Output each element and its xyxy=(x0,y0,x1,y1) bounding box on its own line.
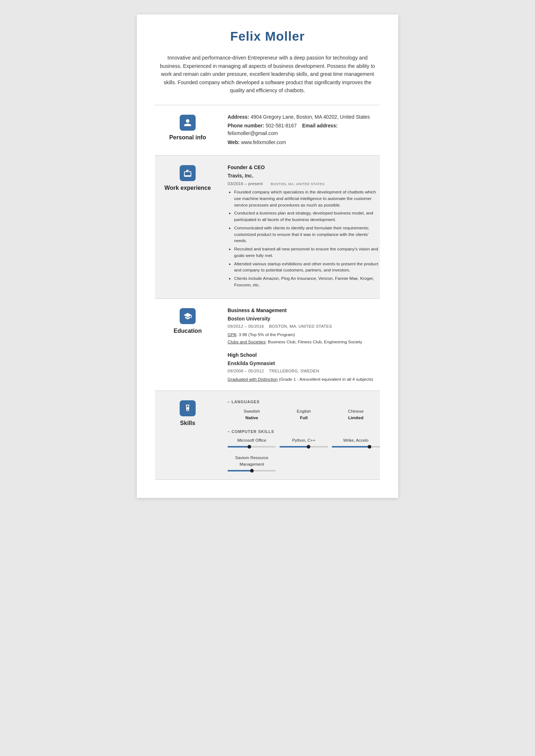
edu-dates-1: 09/2008 – 05/2012 xyxy=(228,369,264,373)
skill-0: Microsoft Office xyxy=(228,437,276,448)
edu-dates-0: 09/2012 – 05/2016 xyxy=(228,324,264,328)
personal-info-icon xyxy=(180,115,196,131)
distinction-label: Graduated with Distinction xyxy=(228,377,278,382)
work-experience-section: Work experience Founder & CEO Travis, In… xyxy=(155,155,380,298)
person-icon xyxy=(183,118,192,127)
work-experience-title: Work experience xyxy=(164,185,211,191)
address-label: Address: xyxy=(228,114,249,120)
skill-dot-0 xyxy=(248,445,251,449)
lang-level-0: Native xyxy=(228,414,276,421)
edu-meta-0: 09/2012 – 05/2016 BOSTON, MA, UNITED STA… xyxy=(228,323,380,330)
skill-name-2: Wrike, Accelo xyxy=(332,437,380,444)
job-bullet-0-4: Attended various startup exhibitions and… xyxy=(234,261,380,274)
edu-location-0: BOSTON, MA, UNITED STATES xyxy=(265,324,332,328)
skill-name-3: Saviom ResourceManagement xyxy=(228,455,276,468)
lang-level-2: Limited xyxy=(332,414,380,421)
edu-meta-1: 09/2008 – 05/2012 TRELLEBORG, SWEDEN xyxy=(228,368,380,375)
computer-skills-header: – COMPUTER SKILLS xyxy=(228,429,380,435)
phone-value: 502-581-8167 xyxy=(266,123,297,128)
work-experience-left: Work experience xyxy=(155,164,220,191)
skill-bar-1 xyxy=(279,446,328,448)
edu-distinction-1: Graduated with Distinction (Grade 1 - A/… xyxy=(228,376,380,383)
skill-fill-3 xyxy=(228,470,252,471)
personal-info-section: Personal info Address: 4904 Gregory Lane… xyxy=(155,105,380,155)
address-row: Address: 4904 Gregory Lane, Boston, MA 4… xyxy=(228,113,380,121)
skill-name-1: Python, C++ xyxy=(279,437,328,444)
language-2: Chinese Limited xyxy=(332,408,380,421)
lang-name-0: Swedish xyxy=(228,408,276,414)
web-value: www.felixmoller.com xyxy=(241,140,286,145)
skills-icon xyxy=(180,400,196,416)
job-bullet-0-2: Communicated with clients to identify an… xyxy=(234,225,380,244)
edu-degree-0: Business & Management xyxy=(228,307,380,314)
job-company-0: Travis, Inc. xyxy=(228,172,380,180)
lang-name-2: Chinese xyxy=(332,408,380,414)
lang-name-1: English xyxy=(279,408,328,414)
skill-fill-0 xyxy=(228,446,249,448)
phone-email-row: Phone number: 502-581-8167 Email address… xyxy=(228,122,380,138)
languages-grid: Swedish Native English Full Chinese Limi… xyxy=(228,408,380,421)
briefcase-icon xyxy=(183,169,192,177)
distinction-value: (Grade 1 - A/excellent equivalent in all… xyxy=(279,377,373,382)
flask-icon xyxy=(183,404,192,413)
skill-2: Wrike, Accelo xyxy=(332,437,380,448)
job-bullet-0-0: Founded company which specializes in the… xyxy=(234,189,380,208)
education-left: Education xyxy=(155,307,220,334)
job-location-0: BOSTON, MA, UNITED STATES xyxy=(271,182,325,186)
email-label: Email address: xyxy=(302,123,338,128)
edu-school-0: Boston University xyxy=(228,315,380,323)
resume-container: Felix Moller Innovative and performance-… xyxy=(137,15,398,498)
summary-text: Innovative and performance-driven Entrep… xyxy=(155,54,380,95)
edu-degree-1: High School xyxy=(228,351,380,359)
education-title: Education xyxy=(173,328,201,334)
personal-info-title: Personal info xyxy=(169,134,206,141)
education-icon xyxy=(180,308,196,324)
skills-section: Skills – LANGUAGES Swedish Native Englis… xyxy=(155,391,380,480)
skill-3: Saviom ResourceManagement xyxy=(228,455,276,471)
skill-dot-3 xyxy=(250,469,254,473)
skills-title: Skills xyxy=(180,420,195,426)
skill-1: Python, C++ xyxy=(279,437,328,448)
skills-content: – LANGUAGES Swedish Native English Full … xyxy=(220,399,380,471)
phone-label: Phone number: xyxy=(228,123,264,128)
web-row: Web: www.felixmoller.com xyxy=(228,139,380,146)
skill-dot-2 xyxy=(368,445,371,449)
edu-school-1: Enskilda Gymnasiet xyxy=(228,360,380,367)
edu-location-1: TRELLEBORG, SWEDEN xyxy=(265,369,319,373)
clubs-label-0: Clubs and Societies xyxy=(228,339,266,344)
work-experience-content: Founder & CEO Travis, Inc. 03/2016 – pre… xyxy=(220,164,380,290)
gpa-label-0: GPA xyxy=(228,332,236,337)
language-1: English Full xyxy=(279,408,328,421)
personal-info-content: Address: 4904 Gregory Lane, Boston, MA 4… xyxy=(220,113,380,147)
graduation-icon xyxy=(183,312,192,320)
job-bullet-0-1: Conducted a business plan and strategy, … xyxy=(234,210,380,223)
education-entry-1: High School Enskilda Gymnasiet 09/2008 –… xyxy=(228,351,380,383)
skill-fill-2 xyxy=(332,446,369,448)
job-bullets-0: Founded company which specializes in the… xyxy=(228,189,380,288)
work-experience-icon xyxy=(180,165,196,181)
job-dates-0: 03/2016 – present xyxy=(228,181,263,186)
personal-info-left: Personal info xyxy=(155,113,220,141)
email-value: felixmoller@gmail.com xyxy=(228,131,278,136)
education-entry-0: Business & Management Boston University … xyxy=(228,307,380,346)
job-meta-0: 03/2016 – present BOSTON, MA, UNITED STA… xyxy=(228,181,380,187)
skill-dot-1 xyxy=(307,445,310,449)
edu-clubs-0: Clubs and Societies: Business Club, Fitn… xyxy=(228,339,380,345)
languages-header: – LANGUAGES xyxy=(228,399,380,405)
computer-skills-grid: Microsoft Office Python, C++ Wrike, Acce… xyxy=(228,437,380,471)
job-title-0: Founder & CEO xyxy=(228,164,380,171)
job-bullet-0-5: Clients include Amazon, Ping An Insuranc… xyxy=(234,275,380,288)
skill-bar-2 xyxy=(332,446,380,448)
web-label: Web: xyxy=(228,140,240,145)
job-bullet-0-3: Recruited and trained all new personnel … xyxy=(234,246,380,259)
skill-bar-0 xyxy=(228,446,276,448)
candidate-name: Felix Moller xyxy=(155,29,380,44)
skill-name-0: Microsoft Office xyxy=(228,437,276,444)
education-section: Education Business & Management Boston U… xyxy=(155,298,380,391)
lang-level-1: Full xyxy=(279,414,328,421)
skill-fill-1 xyxy=(279,446,309,448)
language-0: Swedish Native xyxy=(228,408,276,421)
education-content: Business & Management Boston University … xyxy=(220,307,380,383)
skill-bar-3 xyxy=(228,470,276,471)
address-value: 4904 Gregory Lane, Boston, MA 40202, Uni… xyxy=(250,114,370,120)
